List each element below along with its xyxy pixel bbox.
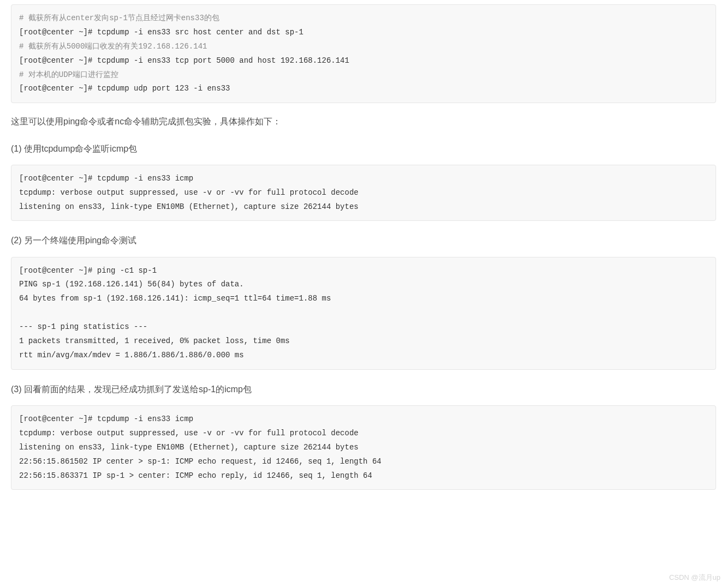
code-comment: # 对本机的UDP端口进行监控 [19, 70, 118, 79]
code-block-tcpdump-examples: # 截获所有从center发向sp-1节点且经过网卡ens33的包 [root@… [11, 4, 716, 103]
heading-step-2: (2) 另一个终端使用ping命令测试 [11, 233, 716, 248]
code-line: [root@center ~]# tcpdump -i ens33 tcp po… [19, 56, 349, 65]
heading-step-3: (3) 回看前面的结果，发现已经成功抓到了发送给sp-1的icmp包 [11, 382, 716, 397]
code-comment: # 截获所有从5000端口收发的有关192.168.126.141 [19, 42, 207, 51]
paragraph-intro: 这里可以使用ping命令或者nc命令辅助完成抓包实验，具体操作如下： [11, 114, 716, 129]
code-comment: # 截获所有从center发向sp-1节点且经过网卡ens33的包 [19, 14, 219, 22]
code-block-listen-icmp: [root@center ~]# tcpdump -i ens33 icmp t… [11, 165, 716, 221]
code-line: [root@center ~]# tcpdump -i ens33 src ho… [19, 28, 303, 37]
code-block-ping-test: [root@center ~]# ping -c1 sp-1 PING sp-1… [11, 257, 716, 370]
code-block-capture-result: [root@center ~]# tcpdump -i ens33 icmp t… [11, 405, 716, 490]
heading-step-1: (1) 使用tcpdump命令监听icmp包 [11, 141, 716, 156]
code-line: [root@center ~]# tcpdump udp port 123 -i… [19, 84, 230, 93]
